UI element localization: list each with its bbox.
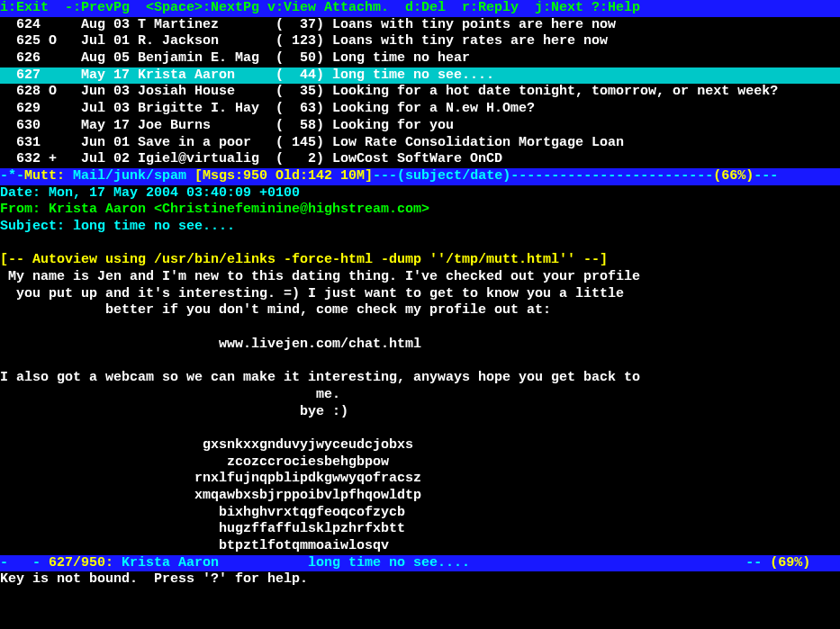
- message-row[interactable]: 627 May 17 Krista Aaron ( 44) long time …: [0, 67, 840, 85]
- body-line: rnxlfujnqpblipdkgwwyqofracsz: [0, 471, 840, 488]
- body-line: bye :): [0, 404, 840, 421]
- body-line: [0, 420, 840, 437]
- pager-status-bar: - - 627/950: Krista Aaron long time no s…: [0, 555, 840, 572]
- body-line: zcozccrociesbehgbpow: [0, 454, 840, 472]
- index-status-bar: -*-Mutt: Mail/junk/spam [Msgs:950 Old:14…: [0, 168, 840, 185]
- top-help-bar: i:Exit -:PrevPg <Space>:NextPg v:View At…: [0, 0, 840, 17]
- message-row[interactable]: 625 O Jul 01 R. Jackson ( 123) Loans wit…: [0, 33, 840, 50]
- body-line: you put up and it's interesting. =) I ju…: [0, 286, 840, 303]
- body-line: me.: [0, 387, 840, 404]
- header-from: From: Krista Aaron <Christinefeminine@hi…: [0, 202, 840, 219]
- message-row[interactable]: 632 + Jul 02 Igiel@virtualig ( 2) LowCos…: [0, 151, 840, 168]
- body-line: xmqawbxsbjrppoibvlpfhqowldtp: [0, 488, 840, 505]
- blank: [0, 236, 840, 253]
- body-line: [0, 353, 840, 370]
- body-line: gxsnkxxgnduvyjwyceudcjobxs: [0, 437, 840, 454]
- body-line: I also got a webcam so we can make it in…: [0, 370, 840, 387]
- body-line: better if you don't mind, come check my …: [0, 302, 840, 319]
- message-row[interactable]: 626 Aug 05 Benjamin E. Mag ( 50) Long ti…: [0, 50, 840, 67]
- autoview-line: [-- Autoview using /usr/bin/elinks -forc…: [0, 252, 840, 269]
- prompt-line: Key is not bound. Press '?' for help.: [0, 571, 840, 589]
- message-row[interactable]: 631 Jun 01 Save in a poor ( 145) Low Rat…: [0, 135, 840, 152]
- body-line: bixhghvrxtqgfeoqcofzycb: [0, 505, 840, 522]
- header-subject: Subject: long time no see....: [0, 219, 840, 236]
- message-row[interactable]: 624 Aug 03 T Martinez ( 37) Loans with t…: [0, 17, 840, 34]
- help-bar: i:Exit -:PrevPg <Space>:NextPg v:View At…: [0, 0, 640, 15]
- message-row[interactable]: 630 May 17 Joe Burns ( 58) Looking for y…: [0, 118, 840, 135]
- body-line: btpztlfotqmmoaiwlosqv: [0, 538, 840, 555]
- header-date: Date: Mon, 17 May 2004 03:40:09 +0100: [0, 185, 840, 202]
- body-line: My name is Jen and I'm new to this datin…: [0, 269, 840, 286]
- body-line: hugzffaffulsklpzhrfxbtt: [0, 521, 840, 538]
- body-line: www.livejen.com/chat.html: [0, 337, 840, 354]
- message-row[interactable]: 629 Jul 03 Brigitte I. Hay ( 63) Looking…: [0, 101, 840, 118]
- message-row[interactable]: 628 O Jun 03 Josiah House ( 35) Looking …: [0, 84, 840, 101]
- body-line: [0, 319, 840, 337]
